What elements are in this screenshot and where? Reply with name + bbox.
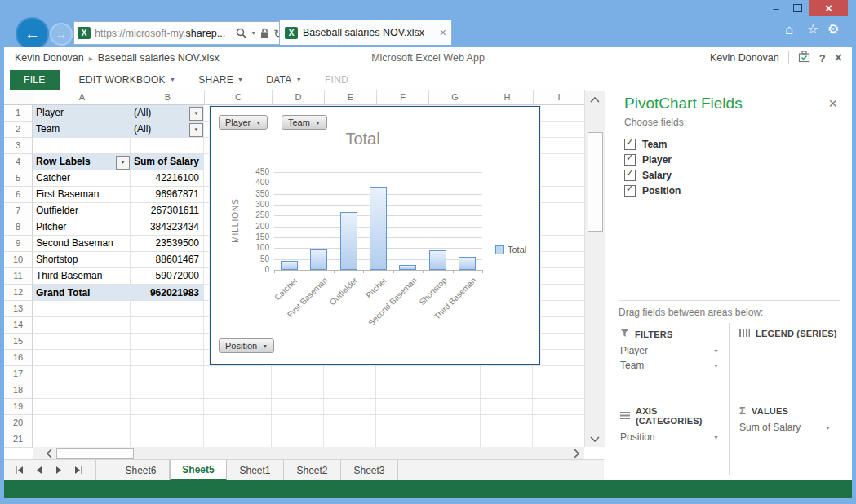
scroll-left-icon[interactable]: [42, 448, 55, 458]
cell-A10[interactable]: Shortstop: [33, 252, 131, 267]
row-header-7[interactable]: 7: [4, 203, 33, 219]
row-header-4[interactable]: 4: [4, 154, 33, 170]
column-header-G[interactable]: G: [429, 90, 481, 104]
column-header-H[interactable]: H: [481, 90, 534, 104]
sheet-tab-sheet6[interactable]: Sheet6: [113, 460, 170, 480]
checkbox-position[interactable]: ✓: [624, 185, 636, 197]
row-header-18[interactable]: 18: [4, 382, 33, 399]
bar-second-baseman[interactable]: [399, 265, 416, 270]
chevron-down-icon[interactable]: ▼: [825, 425, 831, 431]
next-sheet-icon[interactable]: [50, 463, 68, 478]
cell-A1[interactable]: Player: [33, 105, 131, 121]
cell-B12[interactable]: 962021983: [131, 285, 204, 300]
area-field-position[interactable]: Position▼: [620, 430, 725, 444]
cell-B6[interactable]: 96967871: [131, 187, 204, 202]
pivot-chart[interactable]: Total MILLIONS 0501001502002503003504004…: [210, 106, 540, 365]
menu-data[interactable]: DATA▼: [255, 71, 313, 89]
bar-shortstop[interactable]: [429, 250, 446, 270]
vertical-scroll-thumb[interactable]: [588, 132, 603, 232]
previous-sheet-icon[interactable]: [30, 463, 48, 478]
horizontal-scrollbar[interactable]: [33, 447, 584, 459]
row-header-10[interactable]: 10: [4, 252, 33, 268]
last-sheet-icon[interactable]: [69, 463, 87, 478]
chart-field-button-team[interactable]: Team▼: [282, 115, 327, 130]
settings-gear-icon[interactable]: ⚙: [827, 23, 839, 36]
bar-pitcher[interactable]: [370, 187, 387, 270]
menu-file[interactable]: FILE: [10, 70, 60, 90]
row-header-13[interactable]: 13: [4, 301, 33, 317]
chart-field-button-position[interactable]: Position▼: [219, 338, 274, 353]
chevron-down-icon[interactable]: ▼: [713, 435, 719, 440]
column-header-C[interactable]: C: [205, 90, 273, 104]
vertical-scrollbar[interactable]: [584, 91, 605, 447]
menu-share[interactable]: SHARE▼: [187, 71, 255, 89]
cell-B8[interactable]: 384323434: [131, 219, 204, 235]
filter-dropdown-icon[interactable]: ▼: [189, 107, 203, 121]
scroll-up-icon[interactable]: [585, 91, 605, 108]
menu-edit-workbook[interactable]: EDIT WORKBOOK▼: [68, 71, 188, 89]
checkbox-team[interactable]: ✓: [624, 139, 636, 150]
row-header-6[interactable]: 6: [4, 187, 33, 203]
row-header-12[interactable]: 12: [4, 285, 33, 301]
area-field-team[interactable]: Team▼: [620, 358, 725, 373]
field-item-position[interactable]: ✓Position: [624, 183, 681, 198]
cell-A6[interactable]: First Baseman: [33, 187, 131, 202]
bar-outfielder[interactable]: [340, 212, 357, 270]
address-bar[interactable]: X https://microsoft-my.sharep... ▼ ↻: [73, 21, 287, 45]
cell-A7[interactable]: Outfielder: [33, 203, 131, 219]
row-header-1[interactable]: 1: [4, 105, 33, 122]
row-header-16[interactable]: 16: [4, 350, 33, 366]
cell-B5[interactable]: 42216100: [131, 170, 204, 186]
column-header-E[interactable]: E: [325, 90, 377, 104]
filter-dropdown-icon[interactable]: ▼: [189, 123, 203, 137]
url-text[interactable]: https://microsoft-my.sharep...: [95, 28, 232, 39]
cell-A9[interactable]: Second Baseman: [33, 236, 131, 251]
chevron-down-icon[interactable]: ▼: [713, 363, 719, 369]
row-header-17[interactable]: 17: [4, 366, 33, 382]
scroll-right-icon[interactable]: [570, 448, 583, 458]
field-item-team[interactable]: ✓Team: [624, 136, 681, 152]
help-icon[interactable]: ?: [819, 52, 826, 64]
area-field-sum-of-salary[interactable]: Sum of Salary▼: [739, 420, 837, 435]
favorites-star-icon[interactable]: ☆: [807, 23, 818, 36]
horizontal-scroll-thumb[interactable]: [56, 448, 134, 459]
signed-in-user[interactable]: Kevin Donovan: [710, 52, 779, 64]
cell-A4[interactable]: Row Labels▼: [33, 154, 131, 170]
cell-B7[interactable]: 267301611: [131, 203, 204, 219]
column-header-F[interactable]: F: [377, 90, 429, 104]
minimize-button[interactable]: –: [765, 0, 787, 16]
first-sheet-icon[interactable]: [11, 463, 29, 478]
row-header-9[interactable]: 9: [4, 236, 33, 252]
close-app-icon[interactable]: ×: [835, 51, 842, 65]
tab-close-icon[interactable]: ×: [440, 26, 446, 39]
row-header-14[interactable]: 14: [4, 317, 33, 334]
filter-dropdown-icon[interactable]: ▼: [116, 156, 130, 170]
forward-button[interactable]: →: [50, 23, 73, 46]
home-icon[interactable]: ⌂: [785, 23, 793, 37]
search-icon[interactable]: [236, 28, 246, 38]
chart-field-button-player[interactable]: Player▼: [219, 115, 268, 130]
column-header-B[interactable]: B: [131, 90, 205, 104]
pane-close-icon[interactable]: ×: [828, 96, 837, 111]
area-field-player[interactable]: Player▼: [620, 343, 725, 358]
search-dropdown-icon[interactable]: ▼: [251, 30, 256, 36]
row-header-2[interactable]: 2: [4, 122, 33, 138]
cell-B1[interactable]: (All)▼: [131, 105, 204, 121]
cell-A12[interactable]: Grand Total: [33, 285, 131, 300]
row-header-11[interactable]: 11: [4, 268, 33, 285]
cell-A8[interactable]: Pitcher: [33, 219, 131, 235]
bar-first-baseman[interactable]: [310, 249, 327, 270]
row-header-20[interactable]: 20: [4, 415, 33, 431]
field-item-player[interactable]: ✓Player: [624, 152, 681, 167]
cell-B4[interactable]: Sum of Salary: [131, 154, 204, 170]
sheet-tab-sheet5[interactable]: Sheet5: [170, 460, 227, 480]
select-all-corner[interactable]: [4, 90, 33, 104]
checkbox-salary[interactable]: ✓: [624, 170, 636, 181]
column-header-A[interactable]: A: [33, 90, 131, 104]
row-header-3[interactable]: 3: [4, 138, 33, 154]
cell-A5[interactable]: Catcher: [33, 170, 131, 186]
row-header-5[interactable]: 5: [4, 170, 33, 187]
row-header-21[interactable]: 21: [4, 431, 33, 448]
maximize-button[interactable]: [787, 0, 808, 16]
feedback-icon[interactable]: [798, 51, 810, 65]
